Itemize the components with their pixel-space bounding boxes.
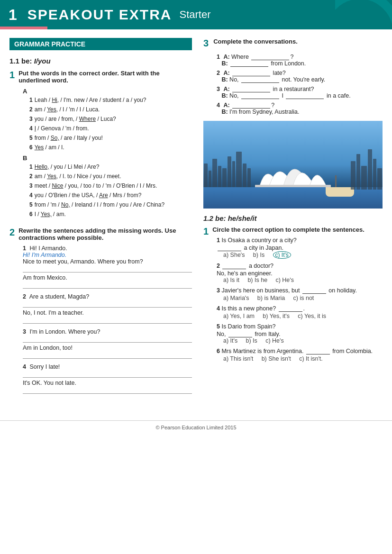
group-a-item-2: 2am / Yes, / I / 'm / I / Luca. (29, 105, 192, 114)
section-11-italic: I/you (34, 57, 51, 65)
blank-3b (241, 99, 279, 99)
opera-house-svg (241, 148, 345, 191)
exercise-3-complete: 3 Complete the conversations. (203, 38, 383, 50)
blank-2a (232, 76, 270, 76)
answer-line-2 (23, 301, 192, 308)
ci-q-3: 3 Javier's here on business, but on holi… (217, 287, 383, 294)
circle-instruction: Circle the correct option to complete th… (203, 226, 383, 233)
circle-item-2: 2 a doctor? No, he's an engineer. a) Is … (217, 263, 383, 283)
r-building-2 (356, 154, 360, 190)
building-4 (218, 166, 221, 190)
conversation-3: 3 A: in a restaurant? B: No, I in a cafe… (217, 86, 383, 99)
blank-3a (232, 92, 270, 92)
footer-text: © Pearson Education Limited 2015 (155, 425, 236, 430)
group-a-item-1: 1Leah / Hi, / I'm. new / Are / student /… (29, 96, 192, 104)
answer-line-2b (23, 317, 192, 324)
page-title: SPEAKOUT EXTRA (27, 7, 172, 23)
circle-item-3: 3 Javier's here on business, but on holi… (217, 287, 383, 301)
ci-q-6: 6 Mrs Martinez is from Argentina. from C… (217, 348, 383, 354)
answer-line-4b (23, 387, 192, 394)
circle-item-6: 6 Mrs Martinez is from Argentina. from C… (217, 348, 383, 362)
circle-item-4: 4 Is this a new phone? . a) Yes, I am b)… (217, 305, 383, 319)
section-12-italic: he/she/it (228, 214, 257, 222)
section-3-number: 3 (203, 38, 209, 49)
group-b-item-1: 1Hello, / you / Li Mei / Are? (29, 163, 192, 171)
conversation-4: 4 A: ? B: I'm from Sydney, Australia. (217, 102, 383, 115)
page-header: 1 SPEAKOUT EXTRA Starter (0, 0, 392, 29)
ci-options-6: a) This isn't b) She isn't c) It isn't. (223, 355, 383, 362)
right-column: 3 Complete the conversations. 1 A: Where… (203, 38, 383, 406)
group-a-item-5: 5from / So, / are / Italy / you! (29, 134, 192, 142)
exercise-2-content: 1 Hi! I Armando. Hi! I'm Armando. Nice t… (23, 245, 192, 394)
rewrite-item-2: 2 Are a student, Magda? No, I not. I'm a… (23, 293, 192, 324)
exercise-2-number: 2 (9, 227, 15, 237)
answer-line-3b (23, 352, 192, 359)
building-5 (222, 168, 227, 190)
exercise-1: 1 Put the words in the correct order. St… (9, 70, 192, 219)
blank-2b (241, 82, 279, 83)
ci-blank-2 (222, 269, 246, 269)
conversation-1: 1 A: Where ? B: from London. (217, 54, 383, 67)
ci-q-2: 2 a doctor? (217, 263, 383, 269)
blank-3c (286, 99, 324, 99)
ci-options-3: a) Maria's b) is Maria c) is not (223, 295, 383, 301)
page-number: 1 (9, 6, 17, 24)
ci-q-4: 4 Is this a new phone? . (217, 305, 383, 312)
r-building-5 (373, 159, 376, 190)
answer-text-1: Am from Mexico. (23, 274, 67, 281)
r-building-1 (351, 161, 356, 190)
answer-line-4 (23, 371, 192, 378)
group-b-item-6: 6I / Yes, / am. (29, 210, 192, 218)
boat (326, 187, 354, 197)
blank-4a (232, 108, 270, 109)
group-a-item-4: 4I / Genova / 'm / from. (29, 124, 192, 133)
section-12-label: 1.2 be: (203, 214, 228, 222)
group-a-item-6: 6Yes / am / I. (29, 143, 192, 152)
grammar-practice-heading: GRAMMAR PRACTICE (9, 38, 192, 50)
section-11-heading: 1.1 be: I/you (9, 57, 192, 65)
r-building-3 (361, 166, 367, 190)
conversations-content: 1 A: Where ? B: from London. 2 A: late? … (217, 54, 383, 115)
blank-1a (251, 60, 289, 60)
circle-exercise: 1 Circle the correct option to complete … (203, 226, 383, 237)
circle-item-5: 5 Is Dario from Spain? No, from Italy. a… (217, 323, 383, 344)
group-b-item-3: 3meet / Nice / you, / too / to / 'm / O'… (29, 182, 192, 190)
section-3-instruction: Complete the conversations. (213, 38, 383, 45)
exercise-2: 2 Rewrite the sentences adding the missi… (9, 227, 192, 399)
group-b-item-5: 5from / 'm / No, / Ireland / I / from / … (29, 200, 192, 209)
answer-line-1b (23, 282, 192, 289)
header-circle-decoration (335, 0, 392, 29)
section-12: 1.2 be: he/she/it 1 Circle the correct o… (203, 214, 383, 362)
section-12-heading: 1.2 be: he/she/it (203, 214, 257, 222)
answer-text-4: It's OK. You not late. (23, 380, 76, 386)
ci-blank-3 (302, 293, 326, 294)
right-skyline (350, 149, 383, 190)
exercise-1-content: A 1Leah / Hi, / I'm. new / Are / student… (23, 88, 192, 218)
circle-ex-number: 1 (203, 226, 209, 236)
building-7 (232, 161, 235, 190)
page-footer: © Pearson Education Limited 2015 (0, 420, 392, 433)
ci-sub-1: a city in Japan. (217, 245, 383, 251)
circle-item-1: 1 Is Osaka a country or a city? a city i… (217, 237, 383, 259)
conversation-2: 2 A: late? B: No, not. You're early. (217, 70, 383, 83)
exercise-1-number: 1 (9, 70, 15, 80)
page-subtitle: Starter (180, 9, 211, 21)
ci-options-4: a) Yes, I am b) Yes, it's c) Yes, it is (223, 313, 383, 319)
blank-1b (230, 66, 268, 67)
rewrite-item-1: 1 Hi! I Armando. Hi! I'm Armando. Nice t… (23, 245, 192, 289)
group-b-item-4: 4you / O'Brien / the USA, / Are / Mrs / … (29, 191, 192, 200)
exercise-1-instruction: Put the words in the correct order. Star… (18, 70, 192, 84)
left-column: GRAMMAR PRACTICE 1.1 be: I/you 1 Put the… (9, 38, 192, 406)
ci-options-1: a) She's b) Is c) It's (223, 251, 383, 259)
group-a-label: A (23, 88, 192, 95)
sydney-photo (203, 121, 383, 209)
sydney-photo-container (203, 121, 383, 209)
answer-text-2: No, I not. I'm a teacher. (23, 309, 84, 316)
answer-text-3: Am in London, too! (23, 345, 73, 351)
ci-blank-6 (306, 354, 330, 354)
building-1 (204, 163, 208, 190)
rewrite-item-3: 3 I'm in London. Where you? Am in London… (23, 328, 192, 359)
exercise-2-instruction: Rewrite the sentences adding the missing… (18, 227, 192, 241)
group-b-label: B (23, 154, 192, 162)
ci-q-5: 5 Is Dario from Spain? (217, 323, 383, 330)
